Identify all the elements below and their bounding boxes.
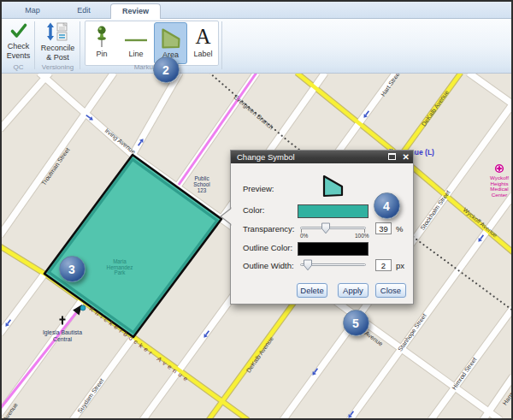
green-polygon-icon (155, 27, 186, 49)
ribbon-group-qc: Check Events QC (2, 19, 35, 72)
letter-a-icon: A (187, 26, 219, 48)
transparency-unit: % (396, 224, 403, 234)
pushpin-icon (86, 26, 118, 48)
outline-width-label: Outline Width: (243, 261, 294, 270)
delete-button[interactable]: Delete (297, 283, 327, 298)
outline-width-input[interactable]: 2 (375, 259, 392, 271)
callout-badge-4: 4 (374, 192, 400, 219)
label-tool-button[interactable]: A Label (187, 22, 219, 62)
preview-label: Preview: (243, 184, 274, 193)
tab-edit[interactable]: Edit (68, 2, 99, 18)
change-symbol-dialog: Change Symbol ✕ Preview: Color: Transpar… (230, 150, 414, 305)
symbol-preview-shape (322, 175, 345, 198)
reconcile-post-icon (35, 22, 80, 43)
group-label-qc: QC (2, 63, 35, 71)
color-swatch[interactable] (298, 204, 369, 218)
reconcile-post-button[interactable]: Reconcile & Post (35, 21, 80, 62)
color-label: Color: (243, 205, 264, 215)
group-separator (221, 21, 222, 69)
poi-label-public-school-123: School (193, 181, 209, 187)
callout-badge-3: 3 (59, 256, 86, 282)
tab-review[interactable]: Review (110, 3, 161, 19)
poi-label-public-school-123: 123 (198, 187, 207, 193)
outline-width-slider-thumb[interactable] (303, 259, 313, 271)
transparency-slider-track[interactable] (300, 227, 366, 229)
close-icon[interactable]: ✕ (403, 151, 410, 163)
poi-label-maria-hernandez-park-label: Park (115, 269, 127, 275)
transparency-input[interactable]: 39 (375, 222, 392, 234)
poi-label-iglesia-bautista-central: Central (53, 336, 72, 342)
check-events-icon (2, 22, 35, 41)
outline-color-swatch[interactable] (298, 242, 369, 256)
transparency-min-label: 0% (300, 233, 308, 239)
ribbon: Map Edit Review Check Events QC (2, 2, 511, 73)
dialog-title: Change Symbol (237, 152, 295, 162)
dialog-title-bar[interactable]: Change Symbol ✕ (231, 151, 413, 163)
line-tool-button[interactable]: Line (118, 22, 154, 62)
callout-badge-2: 2 (153, 56, 180, 83)
outline-width-unit: px (396, 261, 404, 270)
callout-badge-5: 5 (343, 310, 369, 336)
maximize-icon[interactable] (388, 153, 396, 160)
poi-label-public-school-123: Public (194, 175, 209, 181)
transparency-max-label: 100% (355, 233, 369, 239)
subway-station-dot (80, 305, 86, 311)
window-inner: Troutman StreetIrving AvenueIrving Avenu… (2, 2, 511, 418)
ribbon-tab-strip: Map Edit Review (2, 2, 511, 19)
check-events-button[interactable]: Check Events (2, 21, 35, 60)
application-window: Troutman StreetIrving AvenueIrving Avenu… (0, 0, 513, 420)
dialog-callout-pointer (219, 207, 233, 226)
ribbon-group-markup: Pin Line Area A (80, 19, 222, 72)
transparency-slider-thumb[interactable] (321, 222, 331, 234)
pin-tool-button[interactable]: Pin (86, 22, 118, 62)
transparency-label: Transparency: (243, 224, 294, 234)
church-cross-icon (60, 319, 66, 321)
markup-tools-panel: Pin Line Area A (85, 21, 219, 66)
hospital-icon (497, 168, 502, 169)
apply-button[interactable]: Apply (338, 283, 369, 298)
poi-label-wyckoff-heights-medical-center: Center (492, 192, 508, 198)
poi-label-iglesia-bautista-central: Iglesia Bautista (43, 329, 82, 336)
tab-map[interactable]: Map (17, 2, 48, 18)
group-label-markup: Markup (68, 63, 222, 71)
green-line-icon (118, 26, 154, 48)
outline-color-label: Outline Color: (243, 243, 292, 252)
close-button[interactable]: Close (375, 283, 406, 298)
ribbon-body: Check Events QC (2, 19, 511, 74)
